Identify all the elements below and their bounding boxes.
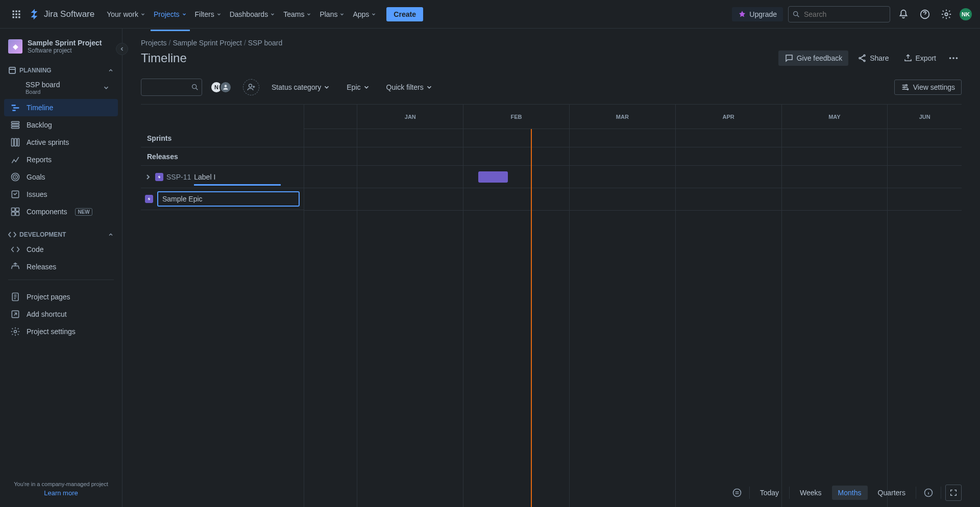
shortcut-icon: [10, 309, 20, 319]
issues-icon: [10, 189, 20, 199]
sidebar-item-goals[interactable]: Goals: [4, 168, 118, 186]
svg-point-43: [903, 87, 905, 88]
chevron-down-icon: [103, 84, 110, 91]
premium-icon: [738, 10, 746, 18]
scale-quarters[interactable]: Quarters: [872, 486, 912, 500]
give-feedback-button[interactable]: Give feedback: [778, 50, 849, 66]
people-avatar[interactable]: [219, 81, 232, 93]
releases-row-header[interactable]: Releases: [141, 147, 304, 166]
more-actions-button[interactable]: [945, 50, 962, 66]
svg-rect-15: [12, 110, 16, 111]
settings-button[interactable]: [938, 6, 954, 22]
chevron-left-icon: [119, 46, 125, 52]
svg-rect-19: [12, 139, 14, 146]
svg-rect-18: [12, 126, 19, 128]
create-button[interactable]: Create: [386, 7, 423, 21]
sidebar-item-project-pages[interactable]: Project pages: [4, 288, 118, 306]
nav-plans[interactable]: Plans: [315, 7, 349, 21]
nav-teams[interactable]: Teams: [279, 7, 315, 21]
breadcrumb-item[interactable]: Projects: [141, 39, 167, 47]
scale-weeks[interactable]: Weeks: [794, 486, 828, 500]
learn-more-link[interactable]: Learn more: [8, 489, 114, 497]
sidebar-item-add-shortcut[interactable]: Add shortcut: [4, 306, 118, 323]
global-search-input[interactable]: [788, 6, 890, 22]
sidebar-item-reports[interactable]: Reports: [4, 151, 118, 168]
more-icon: [948, 53, 959, 64]
user-avatar[interactable]: NK: [960, 8, 972, 20]
create-epic-input[interactable]: [157, 191, 300, 207]
sidebar-item-releases[interactable]: Releases: [4, 258, 118, 275]
month-header: MAR: [569, 105, 675, 129]
breadcrumb-item[interactable]: Sample Sprint Project: [173, 39, 241, 47]
app-switcher-icon: [11, 9, 21, 19]
nav-projects[interactable]: Projects: [150, 7, 191, 21]
project-icon: ◆: [8, 39, 22, 54]
app-switcher[interactable]: [8, 6, 24, 22]
sidebar-item-code[interactable]: Code: [4, 241, 118, 258]
svg-point-45: [733, 489, 741, 497]
fullscreen-button[interactable]: [945, 485, 962, 501]
board-selector[interactable]: SSP board Board: [21, 78, 114, 98]
planning-section-heading[interactable]: PLANNING: [4, 64, 118, 77]
share-button[interactable]: Share: [852, 50, 894, 66]
sidebar-item-active-sprints[interactable]: Active sprints: [4, 134, 118, 151]
nav-your-work[interactable]: Your work: [103, 7, 150, 21]
export-icon: [903, 54, 913, 63]
sidebar-item-timeline[interactable]: Timeline: [4, 99, 118, 116]
create-epic-row[interactable]: [141, 188, 304, 210]
footer-text: You're in a company-managed project: [8, 481, 114, 487]
sprints-row-header[interactable]: Sprints: [141, 129, 304, 147]
breadcrumb-item[interactable]: SSP board: [248, 39, 282, 47]
svg-rect-47: [735, 493, 739, 494]
info-icon: [923, 488, 934, 498]
export-button[interactable]: Export: [898, 50, 941, 66]
view-settings-button[interactable]: View settings: [894, 80, 962, 95]
help-button[interactable]: [917, 6, 933, 22]
quick-filters-dropdown[interactable]: Quick filters: [382, 80, 437, 94]
nav-dashboards[interactable]: Dashboards: [226, 7, 280, 21]
epic-bar[interactable]: [478, 171, 508, 183]
target-icon: [10, 172, 20, 182]
sidebar-item-backlog[interactable]: Backlog: [4, 116, 118, 134]
epic-title[interactable]: Label I: [194, 173, 215, 181]
chevron-down-icon: [216, 12, 222, 17]
svg-rect-20: [14, 139, 16, 146]
chevron-right-icon[interactable]: [144, 173, 152, 181]
today-button[interactable]: Today: [754, 486, 785, 500]
chevron-down-icon: [140, 12, 145, 17]
notifications-button[interactable]: [895, 6, 912, 22]
bell-icon: [898, 9, 909, 20]
bolt-icon: [146, 196, 152, 201]
sidebar-toggle[interactable]: [116, 43, 128, 55]
add-people-button[interactable]: [243, 79, 259, 95]
svg-rect-4: [15, 13, 17, 15]
nav-filters[interactable]: Filters: [191, 7, 226, 21]
svg-rect-28: [12, 212, 15, 216]
issue-key[interactable]: SSP-11: [166, 173, 191, 181]
logo[interactable]: Jira Software: [29, 8, 94, 20]
epic-row[interactable]: SSP-11 Label I: [141, 166, 304, 188]
nav-apps[interactable]: Apps: [349, 7, 380, 21]
svg-rect-17: [12, 124, 19, 125]
svg-point-32: [14, 331, 17, 333]
epic-progress-indicator: [194, 184, 281, 186]
expand-icon: [949, 489, 958, 497]
svg-point-41: [249, 84, 252, 87]
legend-button[interactable]: [729, 485, 745, 501]
components-icon: [10, 207, 20, 217]
sidebar-item-issues[interactable]: Issues: [4, 186, 118, 203]
search-box[interactable]: [788, 6, 890, 22]
sidebar-item-components[interactable]: Components NEW: [4, 203, 118, 220]
timeline-search[interactable]: [141, 79, 202, 96]
status-category-dropdown[interactable]: Status category: [267, 80, 334, 94]
info-button[interactable]: [920, 485, 937, 501]
legend-icon: [732, 488, 742, 498]
chevron-down-icon: [371, 12, 376, 17]
sidebar-item-project-settings[interactable]: Project settings: [4, 323, 118, 340]
breadcrumb: Projects / Sample Sprint Project / SSP b…: [122, 29, 980, 47]
upgrade-button[interactable]: Upgrade: [732, 7, 783, 21]
gear-icon: [10, 326, 20, 337]
scale-months[interactable]: Months: [832, 486, 868, 500]
development-section-heading[interactable]: DEVELOPMENT: [4, 229, 118, 241]
epic-dropdown[interactable]: Epic: [342, 80, 374, 94]
